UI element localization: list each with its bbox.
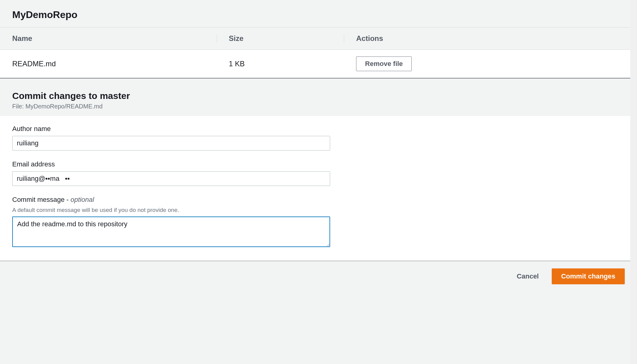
file-path: MyDemoRepo/README.md: [25, 103, 102, 110]
column-header-name: Name: [0, 27, 217, 50]
email-group: Email address: [12, 160, 625, 186]
file-name-cell: README.md: [0, 50, 217, 78]
commit-message-label: Commit message - optional: [12, 196, 625, 204]
author-name-input[interactable]: [12, 136, 330, 151]
commit-message-textarea[interactable]: Add the readme.md to this repository: [12, 217, 330, 247]
email-label: Email address: [12, 160, 625, 168]
commit-title: Commit changes to master: [12, 91, 625, 101]
commit-message-help: A default commit message will be used if…: [12, 207, 625, 213]
remove-file-button[interactable]: Remove file: [356, 56, 412, 71]
commit-section-header: Commit changes to master File: MyDemoRep…: [0, 78, 637, 116]
footer-actions: Cancel Commit changes: [0, 261, 637, 292]
commit-message-group: Commit message - optional A default comm…: [12, 196, 625, 249]
repo-title: MyDemoRepo: [12, 9, 625, 20]
file-prefix: File:: [12, 103, 25, 110]
commit-file-path: File: MyDemoRepo/README.md: [12, 103, 625, 110]
commit-message-label-optional: optional: [71, 196, 94, 203]
file-size-cell: 1 KB: [217, 50, 344, 78]
column-header-size: Size: [217, 27, 344, 50]
email-input[interactable]: [12, 171, 330, 186]
commit-message-label-text: Commit message: [12, 196, 66, 203]
file-actions-cell: Remove file: [344, 50, 637, 78]
cancel-button[interactable]: Cancel: [513, 269, 543, 283]
author-name-label: Author name: [12, 125, 625, 133]
file-table: Name Size Actions README.md 1 KB Remove …: [0, 27, 637, 78]
author-name-group: Author name: [12, 125, 625, 151]
commit-message-label-dash: -: [66, 196, 70, 203]
commit-form: Author name Email address Commit message…: [0, 116, 637, 261]
page-header: MyDemoRepo: [0, 0, 637, 27]
table-header-row: Name Size Actions: [0, 27, 637, 50]
commit-changes-button[interactable]: Commit changes: [552, 268, 625, 284]
table-row: README.md 1 KB Remove file: [0, 50, 637, 78]
column-header-actions: Actions: [344, 27, 637, 50]
